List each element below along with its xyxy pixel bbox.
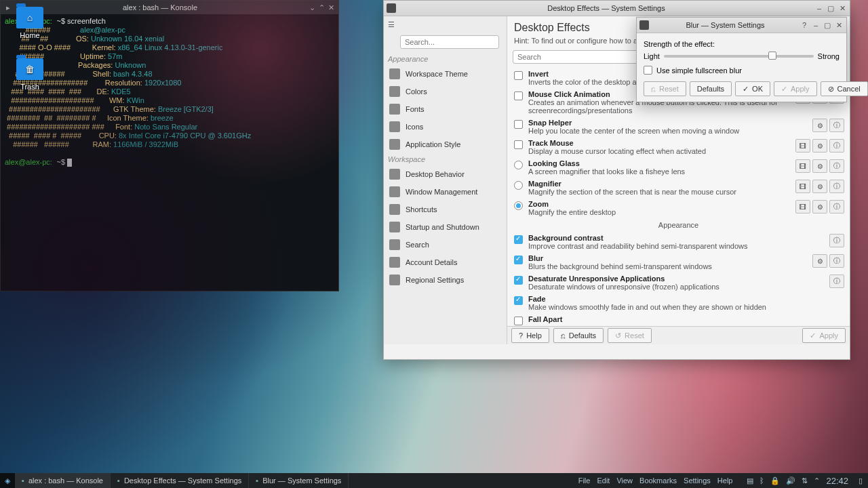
minimize-button[interactable]: – (814, 3, 824, 13)
tray-icon[interactable]: ▤ (747, 476, 753, 485)
sidebar-search[interactable] (400, 35, 499, 49)
sidebar-item[interactable]: Shortcuts (384, 201, 507, 218)
effect-action-button[interactable]: ⚙ (812, 180, 827, 193)
effect-checkbox[interactable] (514, 317, 523, 325)
sidebar-item[interactable]: Startup and Shutdown (384, 218, 507, 236)
sidebar-item[interactable]: Window Management (384, 183, 507, 201)
effect-radio[interactable] (514, 181, 523, 190)
effect-action-button[interactable]: ⚙ (812, 254, 827, 268)
effects-list[interactable]: InvertInverts the color of the desktop a… (507, 68, 850, 326)
effect-name: Track Mouse (528, 139, 793, 147)
start-button[interactable]: ◈ (0, 473, 15, 488)
category-label: Workspace (384, 153, 507, 165)
menu-item[interactable]: Help (717, 476, 733, 485)
simple-blur-checkbox[interactable] (644, 66, 652, 75)
cancel-button[interactable]: ⊘Cancel (821, 81, 868, 96)
volume-icon[interactable]: 🔊 (786, 476, 795, 485)
effect-action-button[interactable]: ⓘ (829, 234, 844, 247)
effect-action-button[interactable]: ⓘ (829, 180, 844, 193)
sidebar-item[interactable]: Search (384, 236, 507, 253)
effect-action-button[interactable]: ⓘ (829, 254, 844, 268)
effect-radio[interactable] (514, 161, 523, 169)
ok-button[interactable]: ✓OK (735, 81, 770, 96)
effect-checkbox[interactable] (514, 92, 523, 100)
effect-checkbox[interactable] (514, 276, 523, 285)
taskbar-task[interactable]: ▪Desktop Effects — System Settings (111, 473, 249, 488)
close-button[interactable]: ✕ (326, 3, 336, 12)
menu-item[interactable]: Edit (597, 476, 610, 485)
menu-item[interactable]: View (616, 476, 633, 485)
task-icon: ▪ (256, 476, 258, 485)
effect-action-button[interactable]: ⚙ (812, 119, 827, 132)
menu-item[interactable]: File (578, 476, 591, 485)
effect-radio[interactable] (514, 201, 523, 210)
bluetooth-icon[interactable]: ᛒ (760, 476, 764, 485)
effect-checkbox[interactable] (514, 235, 523, 244)
menu-icon[interactable]: ☰ (384, 16, 507, 33)
simple-blur-label: Use simple fullscreen blur (656, 66, 742, 75)
slider-thumb[interactable] (768, 52, 776, 60)
blur-settings-dialog: Blur — System Settings ? – ▢ ✕ Strength … (636, 17, 847, 102)
chevron-up-icon[interactable]: ⌃ (814, 476, 820, 485)
menu-item[interactable]: Settings (684, 476, 711, 485)
minimize-button[interactable]: ⌄ (307, 3, 317, 12)
clock[interactable]: 22:42 (826, 476, 852, 486)
sidebar-item-label: Desktop Behavior (406, 170, 465, 178)
maximize-button[interactable]: ▢ (826, 3, 835, 13)
desktop[interactable]: ⌂ Home 🗑 Trash Desktop Effects — System … (0, 0, 868, 488)
effect-action-button[interactable]: 🎞 (795, 200, 810, 214)
effect-checkbox[interactable] (514, 296, 523, 305)
sidebar-item[interactable]: Desktop Behavior (384, 165, 507, 183)
defaults-button[interactable]: ⎌Defaults (553, 328, 604, 343)
close-button[interactable]: ✕ (834, 20, 844, 30)
effect-action-button[interactable]: ⓘ (829, 159, 844, 173)
effect-description: Make windows smoothly fade in and out wh… (528, 303, 842, 311)
effect-action-button[interactable]: ⓘ (829, 119, 844, 132)
effect-action-button[interactable]: ⚙ (812, 139, 827, 152)
effect-checkbox[interactable] (514, 140, 523, 149)
apply-button[interactable]: ✓Apply (774, 81, 817, 96)
effect-action-button[interactable]: ⚙ (812, 159, 827, 173)
effect-action-button[interactable]: ⓘ (829, 274, 844, 288)
effect-action-button[interactable]: ⚙ (812, 200, 827, 214)
help-button[interactable]: ?Help (511, 328, 549, 343)
taskbar-task[interactable]: ▪Blur — System Settings (249, 473, 349, 488)
titlebar[interactable]: Desktop Effects — System Settings – ▢ ✕ (384, 1, 850, 16)
slider-min-label: Light (644, 52, 660, 60)
sidebar-item[interactable]: Workspace Theme (384, 65, 507, 83)
sidebar-item[interactable]: Regional Settings (384, 271, 507, 289)
effect-action-button[interactable]: ⓘ (829, 139, 844, 152)
show-desktop-icon[interactable]: ▯ (859, 476, 863, 485)
sidebar-item[interactable]: Application Style (384, 136, 507, 153)
item-icon (389, 204, 400, 215)
help-icon[interactable]: ? (800, 20, 809, 30)
apply-button[interactable]: ✓Apply (802, 328, 846, 343)
effect-name: Fade (528, 295, 842, 303)
effect-checkbox[interactable] (514, 71, 523, 80)
close-button[interactable]: ✕ (837, 3, 847, 13)
effect-action-button[interactable]: 🎞 (795, 139, 810, 152)
maximize-button[interactable]: ▢ (823, 20, 832, 30)
menu-item[interactable]: Bookmarks (639, 476, 677, 485)
network-icon[interactable]: ⇅ (802, 476, 808, 485)
maximize-button[interactable]: ⌃ (317, 3, 326, 12)
effect-action-button[interactable]: 🎞 (795, 180, 810, 193)
titlebar[interactable]: Blur — System Settings ? – ▢ ✕ (637, 18, 846, 33)
effect-action-button[interactable]: 🎞 (795, 159, 810, 173)
reset-button[interactable]: ↺Reset (608, 328, 652, 343)
sidebar-item[interactable]: Account Details (384, 253, 507, 271)
taskbar-task[interactable]: ▪alex : bash — Konsole (15, 473, 111, 488)
reset-button[interactable]: ⎌Reset (644, 81, 686, 96)
minimize-button[interactable]: – (811, 20, 821, 30)
effect-action-button[interactable]: ⓘ (829, 200, 844, 214)
sidebar-item[interactable]: Colors (384, 83, 507, 100)
sidebar-item[interactable]: Icons (384, 118, 507, 136)
lock-icon[interactable]: 🔒 (770, 476, 780, 485)
sidebar-item[interactable]: Fonts (384, 100, 507, 118)
desktop-icon-trash[interactable]: 🗑 Trash (8, 58, 52, 91)
strength-slider[interactable] (664, 55, 814, 58)
desktop-icon-home[interactable]: ⌂ Home (8, 7, 52, 39)
effect-checkbox[interactable] (514, 120, 523, 129)
effect-checkbox[interactable] (514, 256, 523, 264)
defaults-button[interactable]: Defaults (690, 81, 732, 96)
